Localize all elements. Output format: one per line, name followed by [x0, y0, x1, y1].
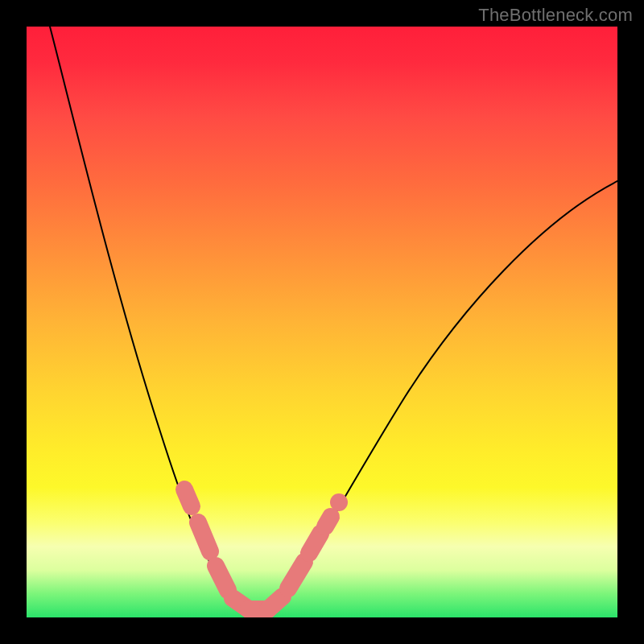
marker-strip-left [184, 489, 249, 609]
watermark-text: TheBottleneck.com [478, 5, 633, 26]
svg-point-0 [330, 493, 348, 511]
chart-svg [27, 27, 617, 617]
plot-area [27, 27, 617, 617]
marker-strip-right [268, 493, 348, 609]
chart-frame: TheBottleneck.com [0, 0, 644, 644]
